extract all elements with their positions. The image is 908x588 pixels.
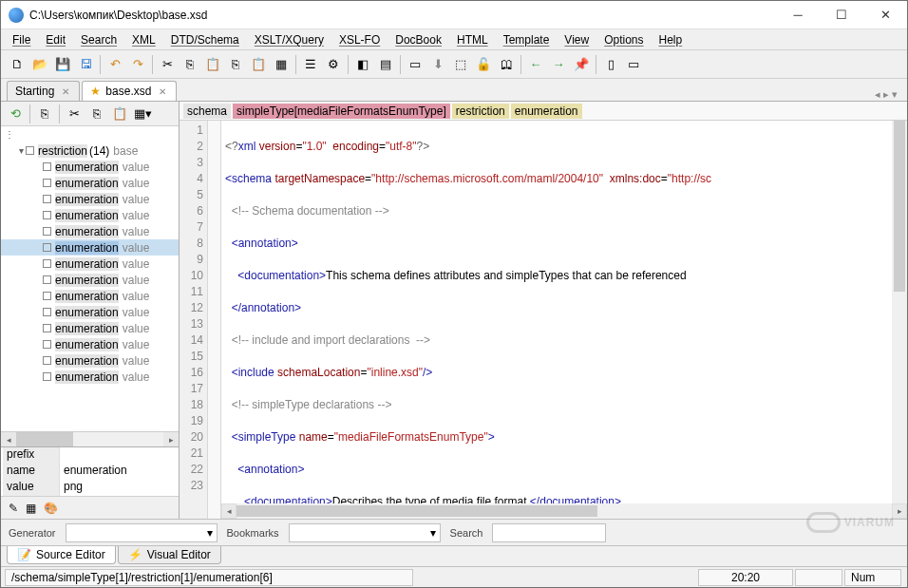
undo-icon[interactable]: ↶: [104, 54, 125, 75]
grid-icon[interactable]: ▦: [26, 502, 36, 515]
menu-bar: File Edit Search XML DTD/Schema XSLT/XQu…: [1, 29, 907, 50]
tab-source-editor[interactable]: 📝 Source Editor: [7, 546, 116, 564]
saveall-icon[interactable]: 🖫: [75, 54, 96, 75]
menu-xslt-xquery[interactable]: XSLT/XQuery: [247, 30, 331, 49]
tree-row-enumeration[interactable]: enumerationvalue: [1, 223, 179, 239]
paste-icon[interactable]: 📋: [109, 104, 130, 124]
status-bar: /schema/simpleType[1]/restriction[1]/enu…: [1, 566, 907, 587]
menu-view[interactable]: View: [557, 30, 596, 49]
forward-icon[interactable]: →: [548, 54, 569, 75]
tree-row-enumeration[interactable]: enumerationvalue: [1, 191, 179, 207]
code-content[interactable]: <?xml version="1.0" encoding="utf-8"?> <…: [221, 121, 907, 519]
tree-row-enumeration[interactable]: enumerationvalue: [1, 272, 179, 288]
close-icon[interactable]: ✕: [159, 86, 166, 97]
menu-file[interactable]: File: [5, 30, 38, 49]
prop-row: nameenumeration: [1, 464, 179, 480]
tool3-icon[interactable]: ▭: [405, 54, 426, 75]
crumb-enumeration[interactable]: enumeration: [511, 104, 582, 119]
tree-row-restriction[interactable]: ▾ restriction (14) base: [1, 142, 179, 159]
pin-icon[interactable]: 📌: [571, 54, 592, 75]
menu-docbook[interactable]: DocBook: [388, 30, 449, 49]
tree-row-enumeration[interactable]: enumerationvalue: [1, 352, 179, 369]
copy-icon-2[interactable]: ⎘: [225, 54, 246, 75]
scroll-thumb[interactable]: [236, 505, 597, 517]
menu-search[interactable]: Search: [73, 30, 124, 49]
close-icon[interactable]: ✕: [62, 86, 69, 97]
more-icon[interactable]: ▦▾: [132, 104, 153, 124]
scroll-left-icon[interactable]: ◂: [1, 432, 16, 446]
crumb-simpletype[interactable]: simpleType[mediaFileFormatsEnumType]: [233, 104, 450, 119]
tree-row-enumeration[interactable]: enumerationvalue: [1, 369, 179, 385]
copy-icon[interactable]: ⎘: [180, 54, 200, 75]
tree-row-enumeration[interactable]: enumerationvalue: [1, 207, 179, 223]
copy2-icon[interactable]: ⎘: [86, 104, 107, 124]
menu-options[interactable]: Options: [596, 30, 651, 49]
pencil-icon[interactable]: ✎: [9, 502, 18, 515]
tab-visual-editor[interactable]: ⚡ Visual Editor: [118, 546, 221, 564]
menu-xsl-fo[interactable]: XSL-FO: [331, 30, 388, 49]
fold-gutter[interactable]: [208, 121, 221, 519]
copy-icon[interactable]: ⎘: [34, 104, 55, 124]
scroll-right-icon[interactable]: ▸: [163, 432, 179, 446]
refresh-icon[interactable]: ⟲: [5, 104, 26, 124]
tab-starting[interactable]: Starting ✕: [7, 81, 80, 101]
code-editor[interactable]: 1234567891011121314151617181920212223 <?…: [180, 121, 907, 519]
menu-help[interactable]: Help: [652, 30, 690, 49]
cut-icon[interactable]: ✂: [64, 104, 85, 124]
bookmark-icon[interactable]: 🕮: [496, 54, 517, 75]
maximize-button[interactable]: ☐: [820, 1, 863, 29]
outline-tree[interactable]: ⋮ ▾ restriction (14) base enumerationval…: [1, 126, 179, 431]
save-icon[interactable]: 💾: [52, 54, 73, 75]
redo-icon[interactable]: ↷: [127, 54, 148, 75]
minimize-button[interactable]: ─: [776, 1, 820, 29]
lock-icon[interactable]: 🔓: [473, 54, 494, 75]
action-icon[interactable]: ☰: [300, 54, 321, 75]
split2-icon[interactable]: ▭: [623, 54, 644, 75]
tool1-icon[interactable]: ◧: [352, 54, 373, 75]
tool2-icon[interactable]: ▤: [375, 54, 396, 75]
scroll-left-icon[interactable]: ◂: [221, 503, 236, 519]
crumb-restriction[interactable]: restriction: [452, 104, 509, 119]
tree-row-enumeration[interactable]: enumerationvalue: [1, 159, 179, 175]
settings-icon[interactable]: ⚙: [323, 54, 344, 75]
tree-row-enumeration[interactable]: enumerationvalue: [1, 288, 179, 304]
back-icon[interactable]: ←: [525, 54, 546, 75]
tree-row-enumeration[interactable]: enumerationvalue: [1, 175, 179, 191]
breadcrumb[interactable]: schema simpleType[mediaFileFormatsEnumTy…: [180, 102, 907, 121]
paste-icon[interactable]: 📋: [202, 54, 223, 75]
format-icon[interactable]: ⬚: [450, 54, 471, 75]
generator-field[interactable]: ▾: [66, 523, 218, 542]
menu-edit[interactable]: Edit: [38, 30, 73, 49]
scroll-thumb[interactable]: [894, 121, 905, 292]
scroll-thumb[interactable]: [16, 432, 73, 446]
menu-html[interactable]: HTML: [449, 30, 496, 49]
search-field[interactable]: [492, 523, 606, 542]
close-button[interactable]: ✕: [863, 1, 907, 29]
tree-row-enumeration[interactable]: enumerationvalue: [1, 320, 179, 336]
tab-base-xsd[interactable]: ★ base.xsd ✕: [82, 81, 177, 101]
tree-row-enumeration[interactable]: enumerationvalue: [1, 336, 179, 352]
tree-row[interactable]: ⋮: [1, 126, 179, 142]
paste-icon-2[interactable]: 📋: [248, 54, 269, 75]
menu-template[interactable]: Template: [496, 30, 558, 49]
menu-dtd-schema[interactable]: DTD/Schema: [163, 30, 247, 49]
tree-row-enumeration[interactable]: enumerationvalue: [1, 256, 179, 272]
editor-hscroll[interactable]: ◂ ▸: [221, 503, 907, 519]
palette-icon[interactable]: 🎨: [44, 502, 58, 515]
split-icon[interactable]: ▯: [600, 54, 621, 75]
select-icon[interactable]: ▦: [271, 54, 292, 75]
crumb-schema[interactable]: schema: [183, 104, 231, 119]
validate-icon[interactable]: ⬇: [427, 54, 448, 75]
tab-nav[interactable]: ◂ ▸ ▾: [871, 88, 901, 101]
scroll-right-icon[interactable]: ▸: [892, 503, 907, 519]
cut-icon[interactable]: ✂: [157, 54, 178, 75]
menu-xml[interactable]: XML: [124, 30, 163, 49]
tree-row-enumeration[interactable]: enumerationvalue: [1, 239, 179, 256]
window-title: C:\Users\компик\Desktop\base.xsd: [29, 9, 776, 22]
editor-vscroll[interactable]: [892, 121, 907, 503]
tree-row-enumeration[interactable]: enumerationvalue: [1, 304, 179, 320]
bookmarks-field[interactable]: ▾: [289, 523, 441, 542]
new-icon[interactable]: 🗋: [7, 54, 28, 75]
open-icon[interactable]: 📂: [29, 54, 50, 75]
outline-hscroll[interactable]: ◂ ▸: [1, 431, 179, 446]
